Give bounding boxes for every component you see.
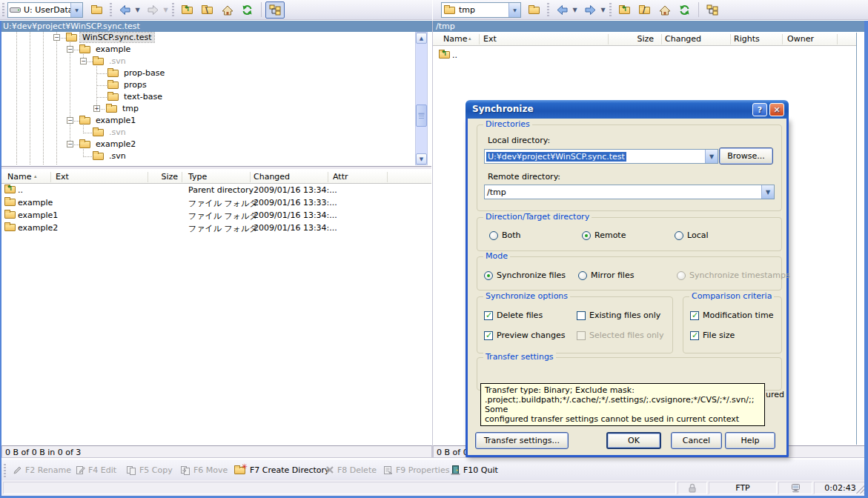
ok-button[interactable]: OK: [606, 432, 661, 449]
checkbox-selected-files-only[interactable]: [577, 331, 586, 340]
dialog-help-button[interactable]: ?: [752, 103, 767, 116]
remote-parent-directory-button[interactable]: ↰: [615, 1, 634, 19]
local-back-dropdown-icon[interactable]: ▼: [133, 1, 142, 19]
collapse-icon[interactable]: −: [80, 58, 87, 64]
local-home-directory-button[interactable]: [218, 1, 236, 19]
toolbar-grip[interactable]: [110, 3, 112, 16]
table-row[interactable]: ↰ .. Parent directory 2009/01/16 13:34:.…: [1, 184, 431, 196]
radio-local[interactable]: [675, 231, 683, 240]
radio-mirror-files[interactable]: [578, 271, 587, 280]
checkbox-preview-changes[interactable]: [484, 331, 493, 340]
remote-tree-toggle-button[interactable]: [703, 1, 722, 19]
local-open-directory-button[interactable]: [87, 1, 105, 19]
f6-move-button[interactable]: F6 Move: [176, 462, 231, 478]
f2-rename-button[interactable]: F2 Rename: [9, 462, 75, 478]
table-row[interactable]: example1 ファイル フォルダ 2009/01/16 13:34:...: [1, 209, 431, 222]
collapse-icon[interactable]: −: [67, 46, 73, 53]
panel-splitter[interactable]: [1, 166, 431, 170]
remote-refresh-button[interactable]: [675, 1, 694, 19]
toolbar-grip[interactable]: [609, 3, 612, 16]
tree-item-tmp[interactable]: + tmp: [1, 103, 415, 115]
remote-forward-button[interactable]: [581, 1, 599, 19]
column-header-attr[interactable]: Attr: [333, 172, 348, 182]
scrollbar-thumb[interactable]: [416, 104, 427, 127]
scroll-down-icon[interactable]: ▼: [416, 153, 427, 165]
remote-directory-combobox[interactable]: /tmp ▼: [484, 185, 775, 199]
f5-copy-button[interactable]: F5 Copy: [122, 462, 176, 478]
column-header-name[interactable]: Name: [443, 34, 467, 44]
collapse-icon[interactable]: −: [67, 117, 73, 124]
remote-forward-dropdown-icon[interactable]: ▼: [599, 1, 607, 19]
column-header-rights[interactable]: Rights: [734, 34, 760, 44]
tree-item-winscp-sync-test[interactable]: − WinSCP.sync.test: [1, 32, 415, 44]
remote-back-button[interactable]: [553, 1, 571, 19]
local-drive-combobox[interactable]: U: UserData ▼: [7, 2, 83, 18]
tree-item-example2[interactable]: − example2: [1, 139, 415, 150]
scroll-up-icon[interactable]: ▲: [416, 33, 427, 44]
checkbox-existing-files-only[interactable]: [577, 311, 586, 320]
column-header-ext[interactable]: Ext: [483, 34, 497, 44]
radio-synchronize-timestamps[interactable]: [677, 271, 686, 280]
remote-dir-dropdown-icon[interactable]: ▼: [508, 3, 520, 17]
transfer-settings-button[interactable]: Transfer settings...: [475, 432, 569, 449]
chevron-down-icon[interactable]: ▼: [761, 185, 774, 199]
table-row[interactable]: ↰ ..: [433, 49, 856, 62]
column-header-changed[interactable]: Changed: [665, 34, 701, 44]
table-row[interactable]: example ファイル フォルダ 2009/01/16 13:33:...: [1, 196, 431, 209]
column-header-type[interactable]: Type: [188, 172, 207, 182]
column-header-owner[interactable]: Owner: [787, 34, 814, 44]
toolbar-grip[interactable]: [4, 464, 6, 477]
local-forward-button[interactable]: [144, 1, 162, 19]
f8-delete-button[interactable]: F8 Delete: [322, 462, 380, 478]
radio-both[interactable]: [489, 231, 498, 240]
remote-open-directory-button[interactable]: [525, 1, 543, 19]
f7-create-directory-button[interactable]: ✳ F7 Create Directory: [231, 462, 334, 478]
close-icon[interactable]: ✕: [769, 103, 784, 116]
dialog-title-bar[interactable]: Synchronize ? ✕: [466, 100, 789, 119]
column-header-name[interactable]: Name: [7, 172, 31, 182]
tree-item-example1[interactable]: − example1: [1, 115, 415, 127]
checkbox-modification-time[interactable]: [690, 311, 699, 320]
radio-synchronize-files[interactable]: [484, 271, 493, 280]
browse-button[interactable]: Browse...: [719, 147, 773, 165]
column-header-changed[interactable]: Changed: [254, 172, 290, 182]
cancel-button[interactable]: Cancel: [671, 432, 722, 449]
remote-root-directory-button[interactable]: /: [635, 1, 654, 19]
column-header-ext[interactable]: Ext: [56, 172, 69, 182]
tree-item-prop-base[interactable]: prop-base: [1, 67, 415, 79]
column-header-size[interactable]: Size: [611, 34, 654, 44]
local-back-button[interactable]: [116, 1, 133, 19]
tree-item-svn[interactable]: .svn: [1, 127, 415, 139]
drive-dropdown-icon[interactable]: ▼: [70, 3, 82, 17]
local-refresh-button[interactable]: [238, 1, 256, 19]
remote-directory-combobox[interactable]: tmp ▼: [441, 2, 521, 18]
local-directory-combobox[interactable]: U:¥dev¥project¥WinSCP.sync.test ▼: [484, 149, 718, 164]
radio-remote[interactable]: [582, 231, 591, 240]
tree-item-text-base[interactable]: text-base: [1, 91, 415, 103]
local-root-directory-button[interactable]: \: [198, 1, 216, 19]
chevron-down-icon[interactable]: ▼: [705, 150, 718, 163]
table-row[interactable]: example2 ファイル フォルダ 2009/01/16 13:34:...: [1, 222, 431, 234]
local-forward-dropdown-icon[interactable]: ▼: [162, 1, 170, 19]
help-button[interactable]: Help: [725, 432, 775, 449]
f9-properties-button[interactable]: F9 Properties: [380, 462, 453, 478]
tree-scrollbar[interactable]: ▲ ▼: [415, 32, 428, 165]
tree-item-props[interactable]: props: [1, 79, 415, 91]
collapse-icon[interactable]: −: [53, 34, 60, 41]
local-parent-directory-button[interactable]: ↰: [178, 1, 196, 19]
toolbar-grip[interactable]: [547, 3, 549, 16]
collapse-icon[interactable]: −: [67, 141, 73, 147]
expand-icon[interactable]: +: [93, 105, 100, 112]
tree-item-example[interactable]: − example: [1, 44, 415, 56]
f4-edit-button[interactable]: F4 Edit: [72, 462, 120, 478]
tree-item-svn[interactable]: − .svn: [1, 56, 415, 67]
checkbox-file-size[interactable]: [690, 331, 699, 340]
toolbar-grip[interactable]: [2, 3, 4, 16]
tree-item-svn[interactable]: .svn: [1, 150, 415, 162]
toolbar-grip[interactable]: [172, 3, 174, 16]
f10-quit-button[interactable]: F10 Quit: [447, 462, 502, 478]
remote-home-directory-button[interactable]: [655, 1, 674, 19]
remote-back-dropdown-icon[interactable]: ▼: [571, 1, 579, 19]
local-tree-toggle-button[interactable]: [265, 1, 285, 19]
checkbox-delete-files[interactable]: [484, 311, 493, 320]
